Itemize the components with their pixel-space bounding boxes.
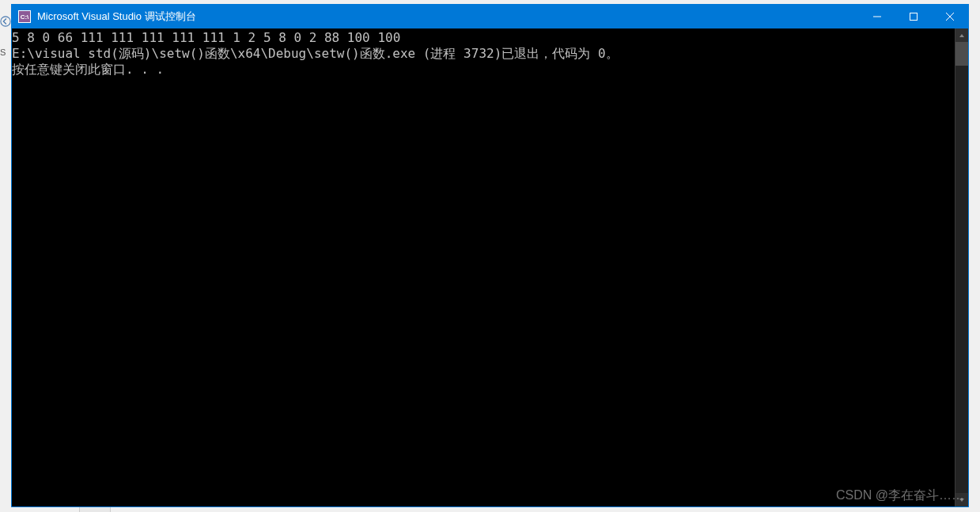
output-line-3: 按任意键关闭此窗口. . . — [12, 62, 164, 77]
titlebar[interactable]: C:\ Microsoft Visual Studio 调试控制台 — [12, 5, 968, 28]
back-arrow-icon — [0, 14, 11, 30]
output-line-2: E:\visual std(源码)\setw()函数\x64\Debug\set… — [12, 46, 619, 61]
svg-rect-2 — [910, 13, 918, 21]
background-right-strip — [969, 0, 980, 512]
console-body: 5 8 0 66 111 111 111 111 111 1 2 5 8 0 2… — [12, 28, 968, 506]
close-button[interactable] — [932, 5, 968, 28]
maximize-button[interactable] — [895, 5, 932, 28]
side-panel-peek: S — [0, 47, 8, 57]
scroll-track[interactable] — [955, 42, 968, 493]
scroll-up-arrow-icon[interactable] — [955, 28, 968, 42]
app-icon-text: C:\ — [21, 13, 29, 21]
console-output[interactable]: 5 8 0 66 111 111 111 111 111 1 2 5 8 0 2… — [12, 28, 955, 506]
window-title: Microsoft Visual Studio 调试控制台 — [37, 9, 859, 24]
window-controls — [859, 5, 968, 28]
vertical-scrollbar[interactable] — [955, 28, 968, 506]
minimize-button[interactable] — [859, 5, 895, 28]
svg-point-0 — [1, 17, 10, 26]
console-window: C:\ Microsoft Visual Studio 调试控制台 5 8 0 … — [11, 4, 969, 507]
background-left-strip: S — [0, 0, 11, 512]
scroll-thumb[interactable] — [955, 42, 968, 66]
scroll-down-arrow-icon[interactable] — [955, 493, 968, 506]
app-icon: C:\ — [18, 10, 31, 23]
bottom-tab-peek — [79, 507, 111, 512]
output-line-1: 5 8 0 66 111 111 111 111 111 1 2 5 8 0 2… — [12, 30, 400, 45]
